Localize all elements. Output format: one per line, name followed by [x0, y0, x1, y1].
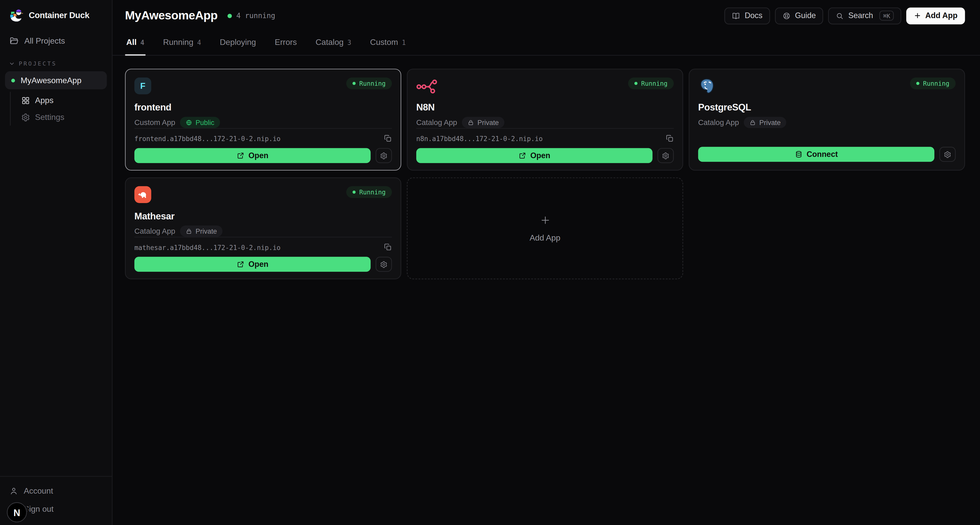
visibility-badge: Private	[462, 117, 504, 128]
visibility-label: Private	[196, 227, 217, 235]
sidebar-item-all-projects[interactable]: All Projects	[5, 32, 107, 49]
app-settings-button[interactable]	[375, 257, 392, 272]
tab-deploying[interactable]: Deploying	[218, 31, 257, 55]
app-url: mathesar.a17bbd48...172-21-0-2.nip.io	[135, 243, 281, 251]
app-card-postgresql[interactable]: Running PostgreSQL Catalog App Private	[689, 69, 965, 170]
filter-tabs: All 4 Running 4 Deploying Errors Catalog…	[113, 31, 980, 56]
docs-button-label: Docs	[745, 11, 762, 20]
tab-label: Custom	[370, 38, 398, 47]
card-head: Running	[135, 186, 392, 203]
user-icon	[10, 487, 18, 495]
external-link-icon	[518, 152, 526, 159]
app-settings-button[interactable]	[939, 147, 956, 162]
app-card-n8n[interactable]: Running N8N Catalog App Private	[407, 69, 683, 170]
app-type-label: Custom App	[135, 118, 175, 127]
guide-button[interactable]: Guide	[775, 7, 823, 24]
add-app-button[interactable]: Add App	[907, 7, 965, 24]
page-title: MyAwesomeApp	[125, 9, 218, 22]
lifebuoy-icon	[783, 11, 791, 20]
page-header: MyAwesomeApp 4 running Docs Guid	[113, 0, 980, 31]
gear-icon	[662, 152, 669, 160]
copy-url-button[interactable]	[384, 243, 392, 251]
docs-button[interactable]: Docs	[725, 7, 770, 24]
postgresql-app-icon	[698, 78, 716, 94]
app-root: Container Duck All Projects PROJECTS MyA…	[0, 0, 980, 525]
app-type-label: Catalog App	[416, 118, 457, 127]
card-head: Running	[416, 78, 674, 94]
app-name: N8N	[416, 102, 674, 113]
divider	[135, 128, 392, 128]
card-bottom: Connect	[698, 147, 956, 162]
app-type-label: Catalog App	[135, 227, 175, 235]
sidebar-footer: Account Sign out N	[0, 476, 112, 525]
status-dot-icon	[352, 82, 355, 85]
external-link-icon	[237, 152, 244, 159]
app-settings-button[interactable]	[375, 148, 392, 163]
search-button[interactable]: Search ⌘K	[829, 7, 902, 24]
app-settings-button[interactable]	[657, 148, 674, 163]
visibility-label: Private	[477, 119, 499, 126]
sidebar-item-settings[interactable]: Settings	[11, 109, 107, 125]
copy-url-button[interactable]	[384, 135, 392, 143]
tab-label: All	[126, 38, 137, 47]
gear-icon	[380, 152, 387, 160]
plus-icon	[914, 12, 921, 19]
url-row: n8n.a17bbd48...172-21-0-2.nip.io	[416, 135, 674, 143]
visibility-label: Public	[196, 119, 214, 126]
tab-label: Errors	[275, 38, 297, 47]
app-name: PostgreSQL	[698, 102, 956, 113]
add-app-placeholder[interactable]: Add App	[407, 178, 683, 279]
copy-icon	[384, 135, 392, 143]
book-icon	[732, 11, 740, 20]
nextjs-dev-badge[interactable]: N	[7, 502, 27, 522]
tab-count: 4	[197, 39, 201, 46]
main-area: MyAwesomeApp 4 running Docs Guid	[113, 0, 980, 525]
sidebar-item-label: Settings	[35, 113, 64, 122]
sidebar-item-apps[interactable]: Apps	[11, 92, 107, 109]
sidebar-item-label: Apps	[35, 96, 54, 105]
open-app-button[interactable]: Open	[416, 148, 652, 163]
app-type-label: Catalog App	[698, 118, 739, 127]
cards-area: F Running frontend Custom App	[113, 56, 980, 279]
connect-database-button[interactable]: Connect	[698, 147, 935, 162]
status-label: Running	[360, 80, 386, 87]
plus-icon	[540, 214, 550, 225]
open-button-label: Open	[248, 260, 269, 269]
apps-grid: F Running frontend Custom App	[125, 69, 965, 279]
copy-url-button[interactable]	[666, 135, 674, 143]
sidebar-item-account[interactable]: Account	[0, 482, 112, 500]
sidebar-project-myawesomeapp[interactable]: MyAwesomeApp	[5, 71, 107, 89]
tab-custom[interactable]: Custom 1	[369, 31, 407, 55]
status-badge: Running	[628, 78, 674, 90]
connect-button-label: Connect	[807, 150, 838, 159]
globe-icon	[186, 119, 192, 126]
tab-running[interactable]: Running 4	[162, 31, 202, 55]
divider	[416, 128, 674, 128]
tab-all[interactable]: All 4	[125, 31, 146, 55]
status-badge: Running	[346, 78, 392, 90]
elephant-icon	[137, 189, 149, 201]
status-dot-icon	[634, 82, 637, 85]
app-card-frontend[interactable]: F Running frontend Custom App	[125, 69, 401, 170]
search-button-label: Search	[848, 11, 873, 20]
lock-icon	[186, 228, 192, 235]
apps-grid-icon	[21, 96, 30, 105]
url-row: mathesar.a17bbd48...172-21-0-2.nip.io	[135, 243, 392, 251]
card-bottom: frontend.a17bbd48...172-21-0-2.nip.io	[135, 128, 392, 163]
tab-catalog[interactable]: Catalog 3	[314, 31, 353, 55]
brand-logo-row: Container Duck	[0, 0, 112, 30]
app-card-mathesar[interactable]: Running Mathesar Catalog App Private	[125, 178, 401, 279]
open-button-label: Open	[530, 151, 550, 160]
running-status-label: 4 running	[236, 11, 275, 20]
projects-section-label: PROJECTS	[19, 61, 57, 67]
add-app-placeholder-label: Add App	[530, 233, 560, 242]
tab-errors[interactable]: Errors	[274, 31, 298, 55]
open-app-button[interactable]: Open	[135, 148, 371, 163]
projects-section-header[interactable]: PROJECTS	[9, 61, 103, 67]
sidebar-item-label: Account	[24, 486, 53, 495]
mathesar-app-icon	[135, 186, 151, 203]
running-status-dot-icon	[228, 14, 232, 18]
open-button-label: Open	[248, 151, 269, 160]
app-url: n8n.a17bbd48...172-21-0-2.nip.io	[416, 135, 542, 142]
open-app-button[interactable]: Open	[135, 257, 371, 272]
